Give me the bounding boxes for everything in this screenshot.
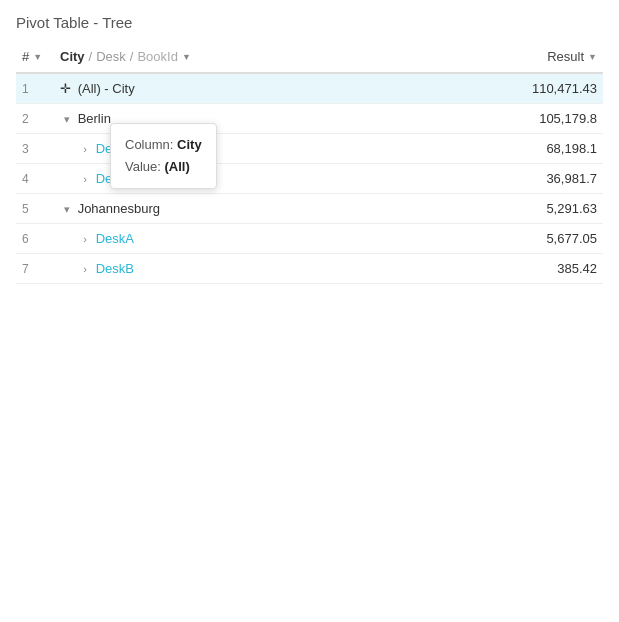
col-header-result[interactable]: Result ▼ xyxy=(493,41,603,73)
row-num: 1 xyxy=(16,73,54,104)
table-row: 3› DeskA68,198.1 xyxy=(16,134,603,164)
row-result: 110,471.43 xyxy=(493,73,603,104)
num-sort-icon: ▼ xyxy=(33,52,42,62)
row-city: ✛ (All) - City xyxy=(54,73,493,104)
desk-link[interactable]: DeskA xyxy=(96,231,134,246)
row-num: 2 xyxy=(16,104,54,134)
col-sep: / xyxy=(89,49,93,64)
row-num: 6 xyxy=(16,224,54,254)
col-header-num[interactable]: # ▼ xyxy=(16,41,54,73)
table-row: 7› DeskB385.42 xyxy=(16,254,603,284)
row-city: ▾ Berlin xyxy=(54,104,493,134)
desk-link[interactable]: DeskB xyxy=(96,261,134,276)
row-result: 36,981.7 xyxy=(493,164,603,194)
table-row: 2▾ Berlin105,179.8 xyxy=(16,104,603,134)
expand-icon[interactable]: ▾ xyxy=(60,203,74,216)
city-label: Berlin xyxy=(78,111,111,126)
desk-link[interactable]: DeskB xyxy=(96,171,134,186)
row-city: ▾ Johannesburg xyxy=(54,194,493,224)
row-result: 68,198.1 xyxy=(493,134,603,164)
row-num: 3 xyxy=(16,134,54,164)
col-header-city[interactable]: City / Desk / BookId ▼ xyxy=(54,41,493,73)
row-city[interactable]: › DeskB xyxy=(54,254,493,284)
bookid-header-label: BookId xyxy=(137,49,177,64)
row-num: 4 xyxy=(16,164,54,194)
table-row: 6› DeskA5,677.05 xyxy=(16,224,603,254)
row-result: 5,677.05 xyxy=(493,224,603,254)
page-title: Pivot Table - Tree xyxy=(0,0,619,41)
desk-header-label: Desk xyxy=(96,49,126,64)
desk-link[interactable]: DeskA xyxy=(96,141,134,156)
row-city[interactable]: › DeskA xyxy=(54,224,493,254)
row-num: 7 xyxy=(16,254,54,284)
city-sort-icon: ▼ xyxy=(182,52,191,62)
table-row: 5▾ Johannesburg5,291.63 xyxy=(16,194,603,224)
row-city[interactable]: › DeskB xyxy=(54,164,493,194)
expand-icon[interactable]: › xyxy=(78,263,92,275)
expand-icon[interactable]: › xyxy=(78,173,92,185)
row-result: 5,291.63 xyxy=(493,194,603,224)
expand-icon[interactable]: ▾ xyxy=(60,113,74,126)
cursor-icon: ✛ xyxy=(60,81,74,96)
table-row: 1✛ (All) - City110,471.43 xyxy=(16,73,603,104)
city-label: (All) - City xyxy=(78,81,135,96)
expand-icon[interactable]: › xyxy=(78,143,92,155)
row-num: 5 xyxy=(16,194,54,224)
expand-icon[interactable]: › xyxy=(78,233,92,245)
result-header-label: Result xyxy=(547,49,584,64)
city-header-label: City xyxy=(60,49,85,64)
row-result: 385.42 xyxy=(493,254,603,284)
result-sort-icon: ▼ xyxy=(588,52,597,62)
row-city[interactable]: › DeskA xyxy=(54,134,493,164)
city-label: Johannesburg xyxy=(78,201,160,216)
table-row: 4› DeskB36,981.7 xyxy=(16,164,603,194)
num-header-label: # xyxy=(22,49,29,64)
col-sep2: / xyxy=(130,49,134,64)
row-result: 105,179.8 xyxy=(493,104,603,134)
